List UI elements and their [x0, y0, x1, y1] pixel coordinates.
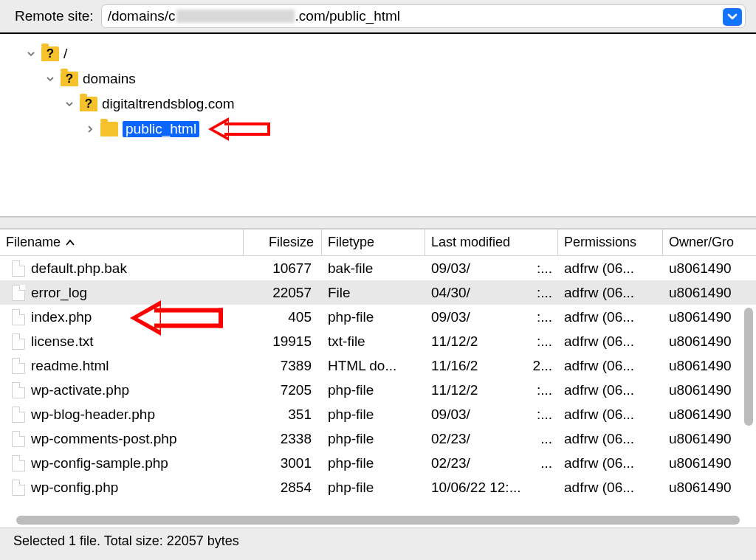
column-header-lastmodified[interactable]: Last modified [425, 229, 558, 255]
file-type: php-file [322, 455, 425, 471]
remote-site-path-input[interactable]: /domains/c .com/public_html [101, 4, 746, 28]
file-row[interactable]: wp-activate.php7205php-file11/12/2:...ad… [0, 378, 756, 402]
file-name: readme.html [31, 358, 109, 374]
path-history-dropdown-button[interactable] [723, 8, 742, 26]
file-owner: u8061490 [663, 358, 756, 374]
chevron-down-icon[interactable] [25, 48, 37, 60]
file-owner: u8061490 [663, 480, 756, 496]
path-prefix: /domains/c [108, 7, 176, 25]
file-size: 7389 [244, 358, 322, 374]
folder-unknown-icon [80, 97, 97, 111]
file-icon [12, 431, 25, 447]
chevron-down-icon[interactable] [63, 98, 75, 110]
column-header-filename[interactable]: Filename [0, 229, 244, 255]
chevron-down-icon[interactable] [44, 73, 56, 85]
file-owner: u8061490 [663, 382, 756, 398]
file-list-pane: Filename Filesize Filetype Last modified… [0, 229, 756, 528]
column-header-permissions[interactable]: Permissions [558, 229, 663, 255]
file-permissions: adfrw (06... [558, 480, 663, 496]
file-owner: u8061490 [663, 260, 756, 277]
horizontal-scrollbar[interactable] [16, 516, 740, 525]
annotation-arrow-icon [208, 119, 275, 139]
column-label: Owner/Gro [669, 235, 734, 250]
folder-unknown-icon [41, 46, 59, 61]
tree-node-site[interactable]: digitaltrendsblog.com [25, 91, 756, 117]
file-name: license.txt [31, 333, 93, 350]
file-modified: 02/23/... [425, 455, 558, 471]
file-modified: 09/03/:... [425, 260, 558, 277]
file-permissions: adfrw (06... [558, 455, 663, 471]
tree-node-public-html[interactable]: public_html [25, 117, 756, 142]
file-icon [12, 455, 25, 471]
file-permissions: adfrw (06... [558, 382, 663, 398]
vertical-scrollbar[interactable] [744, 308, 753, 426]
file-name: wp-config.php [31, 480, 118, 496]
file-icon [12, 333, 25, 350]
file-row[interactable]: readme.html7389HTML do...11/16/22...adfr… [0, 353, 756, 378]
file-modified: 04/30/:... [425, 285, 558, 301]
file-icon [12, 285, 25, 301]
pane-splitter[interactable] [0, 217, 756, 229]
file-name: wp-activate.php [31, 382, 129, 398]
file-type: php-file [322, 382, 425, 398]
file-name: error_log [31, 285, 87, 301]
column-label: Filename [6, 235, 61, 250]
remote-site-label: Remote site: [15, 8, 94, 24]
file-owner: u8061490 [663, 285, 756, 301]
file-row[interactable]: license.txt19915txt-file11/12/2:...adfrw… [0, 329, 756, 353]
file-owner: u8061490 [663, 407, 756, 423]
file-owner: u8061490 [663, 431, 756, 447]
chevron-down-icon [727, 13, 738, 21]
status-bar: Selected 1 file. Total size: 22057 bytes [0, 528, 756, 554]
file-type: HTML do... [322, 358, 425, 374]
file-name: wp-config-sample.php [31, 455, 168, 471]
file-size: 22057 [244, 285, 322, 301]
remote-site-bar: Remote site: /domains/c .com/public_html [0, 0, 756, 34]
file-type: php-file [322, 407, 425, 423]
column-header-owner[interactable]: Owner/Gro [663, 229, 756, 255]
file-owner: u8061490 [663, 309, 756, 325]
sort-ascending-icon [65, 239, 75, 246]
column-label: Last modified [431, 235, 510, 250]
file-modified: 11/12/2:... [425, 333, 558, 350]
tree-node-root[interactable]: / [25, 41, 756, 66]
file-row[interactable]: wp-config.php2854php-file10/06/22 12:...… [0, 475, 756, 499]
file-icon [12, 358, 25, 374]
file-owner: u8061490 [663, 333, 756, 350]
file-permissions: adfrw (06... [558, 309, 663, 325]
file-name: default.php.bak [31, 260, 127, 277]
file-row[interactable]: wp-config-sample.php3001php-file02/23/..… [0, 451, 756, 475]
folder-icon [100, 122, 118, 136]
file-size: 2854 [244, 480, 322, 496]
file-modified: 02/23/... [425, 431, 558, 447]
file-type: bak-file [322, 260, 425, 277]
file-permissions: adfrw (06... [558, 285, 663, 301]
file-row[interactable]: default.php.bak10677bak-file09/03/:...ad… [0, 256, 756, 280]
tree-node-domains[interactable]: domains [25, 66, 756, 91]
file-row[interactable]: wp-blog-header.php351php-file09/03/:...a… [0, 402, 756, 426]
file-icon [12, 309, 25, 325]
column-header-filetype[interactable]: Filetype [322, 229, 425, 255]
file-row[interactable]: index.php405php-file09/03/:...adfrw (06.… [0, 305, 756, 329]
file-owner: u8061490 [663, 455, 756, 471]
file-row[interactable]: error_log22057File04/30/:...adfrw (06...… [0, 280, 756, 305]
file-type: txt-file [322, 333, 425, 350]
column-label: Filetype [328, 235, 374, 250]
chevron-right-icon[interactable] [84, 123, 96, 135]
file-icon [12, 260, 25, 277]
tree-label: domains [83, 71, 136, 87]
directory-tree-pane[interactable]: / domains digitaltrendsblog.com public_h… [0, 34, 756, 217]
file-type: File [322, 285, 425, 301]
file-name: index.php [31, 309, 92, 325]
file-permissions: adfrw (06... [558, 260, 663, 277]
file-permissions: adfrw (06... [558, 358, 663, 374]
file-rows-container: default.php.bak10677bak-file09/03/:...ad… [0, 256, 756, 514]
file-size: 351 [244, 407, 322, 423]
file-row[interactable]: wp-comments-post.php2338php-file02/23/..… [0, 426, 756, 451]
file-size: 19915 [244, 333, 322, 350]
file-size: 405 [244, 309, 322, 325]
column-header-filesize[interactable]: Filesize [244, 229, 322, 255]
file-type: php-file [322, 480, 425, 496]
file-name: wp-comments-post.php [31, 431, 176, 447]
status-text: Selected 1 file. Total size: 22057 bytes [13, 533, 239, 549]
